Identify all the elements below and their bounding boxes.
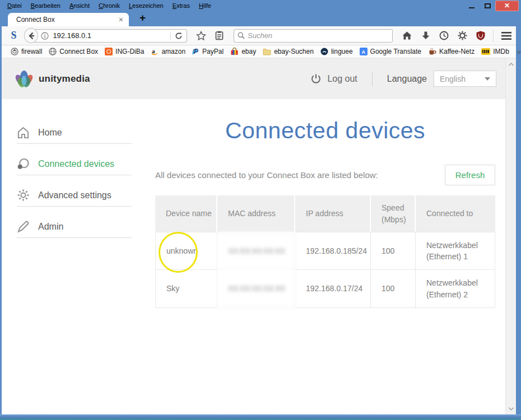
page-title: Connected devices xyxy=(155,118,495,144)
language-select[interactable]: English xyxy=(434,71,496,87)
cell-speed: 100 xyxy=(371,232,416,270)
maximize-button[interactable] xyxy=(480,1,495,11)
search-icon xyxy=(238,32,245,39)
col-header-ip-address: IP address xyxy=(295,195,371,232)
menu-lesezeichen[interactable]: Lesezeichen xyxy=(125,1,168,10)
search-box[interactable] xyxy=(234,29,393,43)
home-icon xyxy=(17,127,30,139)
back-arrow-icon xyxy=(27,31,36,40)
search-input[interactable] xyxy=(248,31,389,40)
globe-icon xyxy=(49,48,57,55)
menu-bearbeiten[interactable]: Bearbeiten xyxy=(27,1,64,10)
bookmark-amazon[interactable]: a amazon xyxy=(147,45,189,58)
bookmarks-overflow-chevron[interactable]: » xyxy=(513,48,521,56)
reload-button[interactable] xyxy=(171,32,187,40)
bookmark-ebay[interactable]: ebay xyxy=(227,45,259,58)
bookmarks-menu-icon[interactable] xyxy=(211,28,228,44)
bookmark-firewall[interactable]: firewall xyxy=(7,45,45,58)
firewall-icon xyxy=(11,48,18,55)
tab-connect-box[interactable]: Connect Box × xyxy=(8,13,129,26)
sidebar-item-connected-devices[interactable]: Connected devices xyxy=(17,161,132,175)
sidebar-item-home[interactable]: Home xyxy=(17,129,132,144)
site-info-icon[interactable] xyxy=(41,32,49,40)
window-controls: ✕ xyxy=(464,0,521,11)
cell-ip-address: 192.168.0.17/24 xyxy=(295,270,371,308)
chevron-down-icon xyxy=(485,77,490,81)
url-text[interactable]: 192.168.0.1 xyxy=(53,31,170,40)
new-tab-button[interactable]: + xyxy=(136,12,149,24)
tab-close-icon[interactable]: × xyxy=(113,15,129,24)
intro-text: All devices connected to your Connect Bo… xyxy=(155,170,378,180)
google-translate-icon: A xyxy=(360,48,368,55)
imdb-icon xyxy=(481,48,490,55)
cell-mac-address-blurred: XX:XX:XX:XX:XX xyxy=(217,232,295,270)
brand-name: unitymedia xyxy=(39,73,90,85)
history-clock-icon[interactable] xyxy=(435,28,453,44)
ing-diba-icon xyxy=(105,48,113,55)
header-divider xyxy=(372,72,373,86)
ebay-bag-icon xyxy=(230,48,239,55)
brand: unitymedia xyxy=(14,68,90,90)
addon-gear-icon[interactable] xyxy=(453,28,472,44)
devices-table: Device name MAC address IP address Speed… xyxy=(155,195,495,308)
tab-title: Connect Box xyxy=(8,16,113,24)
scroll-down-arrow[interactable] xyxy=(506,404,516,413)
minimize-icon xyxy=(469,7,475,8)
browser-viewport: unitymedia Log out Language English xyxy=(2,58,516,414)
url-bar[interactable]: 192.168.0.1 xyxy=(30,29,187,43)
hamburger-menu-icon[interactable] xyxy=(497,28,516,44)
menu-hilfe[interactable]: Hilfe xyxy=(195,1,215,10)
bookmark-imdb[interactable]: IMDb xyxy=(478,45,513,58)
cell-device-name: Sky xyxy=(155,270,217,308)
scroll-up-arrow[interactable] xyxy=(506,59,516,69)
logout-button[interactable]: Log out xyxy=(310,73,357,85)
linguee-icon xyxy=(320,48,328,55)
svg-text:a: a xyxy=(152,48,155,54)
downloads-icon[interactable] xyxy=(417,28,435,44)
svg-text:P: P xyxy=(194,48,199,55)
language-value: English xyxy=(440,74,485,83)
bookmark-kaffee-netz[interactable]: Kaffee-Netz xyxy=(425,45,478,58)
bookmark-connect-box[interactable]: Connect Box xyxy=(45,45,101,58)
bookmark-ing-diba[interactable]: ING-DiBa xyxy=(101,45,147,58)
sidebar-item-admin[interactable]: Admin xyxy=(17,223,132,238)
close-button[interactable]: ✕ xyxy=(495,1,519,11)
menu-bar: Datei Bearbeiten Ansicht Chronik Lesezei… xyxy=(0,1,215,10)
bookmark-linguee[interactable]: linguee xyxy=(317,45,356,58)
menu-chronik[interactable]: Chronik xyxy=(95,1,124,10)
toolbar-divider xyxy=(493,30,494,42)
bookmark-ebay-suchen[interactable]: ebay-Suchen xyxy=(259,45,317,58)
minimize-button[interactable] xyxy=(464,1,480,11)
close-icon: ✕ xyxy=(504,2,510,10)
vertical-scrollbar[interactable] xyxy=(505,58,516,414)
bookmark-star-icon[interactable] xyxy=(192,28,211,44)
devices-table-wrap: Device name MAC address IP address Speed… xyxy=(155,195,495,308)
cell-ip-address: 192.168.0.185/24 xyxy=(295,232,371,270)
gear-icon xyxy=(17,189,30,202)
ublock-shield-icon[interactable] xyxy=(472,28,490,44)
menu-datei[interactable]: Datei xyxy=(3,1,26,10)
cell-device-name: unknown xyxy=(155,232,217,270)
session-manager-icon[interactable]: S xyxy=(8,30,20,41)
table-row: unknown XX:XX:XX:XX:XX 192.168.0.185/24 … xyxy=(155,232,495,270)
browser-window: Datei Bearbeiten Ansicht Chronik Lesezei… xyxy=(0,0,521,420)
menu-extras[interactable]: Extras xyxy=(169,1,194,10)
cell-speed: 100 xyxy=(371,270,416,308)
col-header-mac-address: MAC address xyxy=(217,195,295,232)
svg-text:A: A xyxy=(361,49,365,55)
home-icon[interactable] xyxy=(397,28,417,44)
toolbar-buttons xyxy=(397,28,516,44)
cell-connected-to: Netzwerkkabel (Ethernet) 1 xyxy=(416,232,495,270)
pencil-icon xyxy=(17,221,30,233)
bookmark-paypal[interactable]: PP PayPal xyxy=(189,45,227,58)
language-label: Language xyxy=(387,74,427,84)
paypal-icon: PP xyxy=(192,48,199,55)
bookmark-google-translate[interactable]: A Google Translate xyxy=(356,45,425,58)
sidebar-item-advanced-settings[interactable]: Advanced settings xyxy=(17,192,132,207)
menu-ansicht[interactable]: Ansicht xyxy=(66,1,94,10)
col-header-speed: Speed (Mbps) xyxy=(371,195,416,232)
cell-mac-address-blurred: XX:XX:XX:XX:XX xyxy=(217,270,295,308)
intro-row: All devices connected to your Connect Bo… xyxy=(155,165,495,185)
maximize-icon xyxy=(485,3,491,8)
refresh-button[interactable]: Refresh xyxy=(445,165,495,185)
